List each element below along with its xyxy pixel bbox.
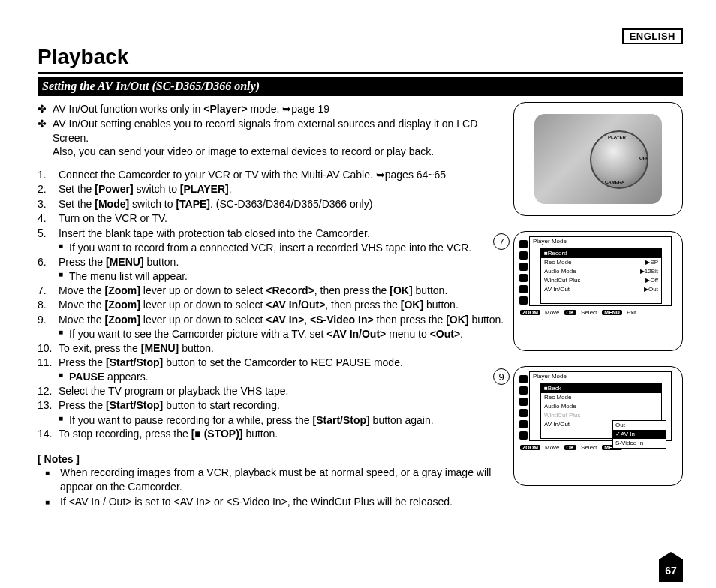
figure-power-switch: 2 PLAYER OFF CAMERA [513,102,683,216]
figure-menu-record: 7 Player Mode ■Record Rec Mode▶SP Audio … [513,231,683,351]
notes-heading: [ Notes ] [38,452,507,466]
menu-title: Player Mode [530,237,671,245]
page-title: Playback [38,45,683,74]
language-label: ENGLISH [622,28,683,44]
intro-line: AV In/Out function works only in <Player… [53,102,329,116]
menu-footer: ZOOMMove OKSelect MENUExit [519,306,678,316]
figure-menu-avinout: 9 Player Mode ■Back Rec Mode Audio Mode … [513,366,683,486]
body-text: ✤AV In/Out function works only in <Playe… [38,102,507,511]
intro-line: AV In/Out setting enables you to record … [53,117,507,158]
note-item: If <AV In / Out> is set to <AV In> or <S… [60,495,453,508]
submenu-av: Out ✓AV In S-Video In [612,420,666,448]
menu-title: Player Mode [530,372,671,380]
section-heading: Setting the AV In/Out (SC-D365/D366 only… [38,76,683,96]
page-number: 67 [659,560,683,582]
figure-number: 7 [493,233,510,250]
figure-number: 9 [493,368,510,385]
note-item: When recording images from a VCR, playba… [60,466,507,494]
